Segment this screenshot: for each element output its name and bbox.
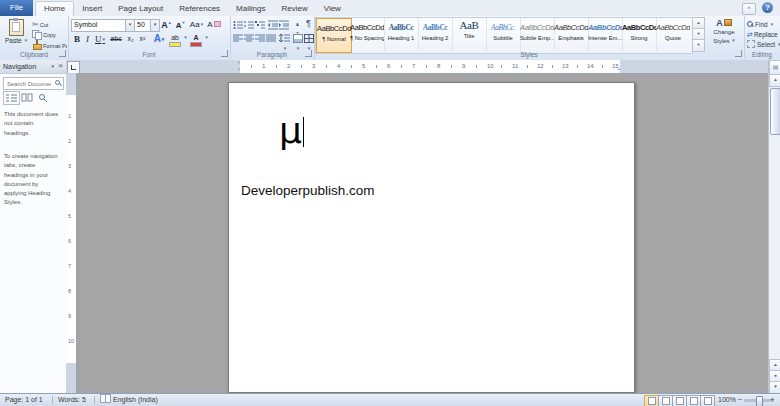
navigation-close-icon[interactable]: ×	[58, 60, 63, 72]
align-center-button[interactable]	[244, 33, 255, 44]
style-subtle-emphasis[interactable]: AaBbCcDd Subtle Emp...	[520, 18, 555, 51]
borders-button[interactable]	[303, 33, 314, 44]
style-no-spacing[interactable]: AaBbCcDd ¶ No Spacing	[350, 18, 385, 51]
replace-button[interactable]: ⇄Replace	[747, 30, 778, 39]
tab-review[interactable]: Review	[273, 1, 315, 16]
minimize-ribbon-icon[interactable]: ˄	[742, 3, 756, 15]
scrollbar-thumb[interactable]	[770, 88, 780, 135]
multilevel-list-button[interactable]	[255, 19, 266, 30]
help-icon[interactable]: ?	[762, 2, 773, 13]
style-emphasis[interactable]: AaBbCcDd Emphasis	[554, 18, 589, 51]
select-button[interactable]: Select	[747, 40, 780, 49]
clear-formatting-button[interactable]: A	[207, 20, 221, 29]
change-case-button[interactable]: Aa	[189, 20, 204, 29]
zoom-slider-thumb[interactable]	[756, 396, 763, 406]
style-strong[interactable]: AaBbCcDc Strong	[622, 18, 657, 51]
tab-view[interactable]: View	[316, 1, 349, 16]
right-indent-marker[interactable]: ▲	[617, 67, 621, 71]
style-name: Emphasis	[554, 35, 588, 41]
style-title[interactable]: AaB Title	[452, 18, 487, 51]
view-ruler-toggle-icon[interactable]: ▤	[769, 60, 780, 75]
change-styles-button[interactable]: A Change Styles	[706, 18, 742, 52]
document-page[interactable]: µ Developerpublish.com	[228, 82, 635, 393]
sort-button[interactable]: AZ	[292, 19, 303, 30]
format-painter-icon	[32, 40, 41, 50]
tab-insert[interactable]: Insert	[74, 1, 110, 16]
styles-dialog-launcher-icon[interactable]	[735, 50, 742, 57]
justify-button[interactable]	[266, 33, 277, 44]
subscript-button[interactable]: x₂	[125, 35, 136, 42]
zoom-out-button[interactable]: −	[738, 394, 743, 406]
font-dialog-launcher-icon[interactable]	[221, 50, 228, 57]
print-layout-view-button[interactable]	[644, 395, 659, 406]
navigation-search-input[interactable]	[5, 78, 53, 89]
ruler-number: 7	[411, 62, 416, 71]
highlight-color-button[interactable]: ab	[169, 33, 187, 47]
tab-file[interactable]: File	[0, 0, 33, 16]
cut-button[interactable]: ✂Cut	[32, 20, 67, 30]
font-family-combo[interactable]: Symbol ▾	[71, 19, 135, 32]
decrease-indent-button[interactable]	[268, 19, 279, 30]
shrink-font-button[interactable]: A	[174, 20, 187, 30]
copy-button[interactable]: Copy	[32, 30, 67, 40]
language-status[interactable]: English (India)	[100, 394, 158, 406]
font-family-dropdown-icon[interactable]: ▾	[125, 20, 134, 31]
text-effects-button[interactable]: A	[152, 33, 166, 44]
paragraph-dialog-launcher-icon[interactable]	[305, 50, 312, 57]
document-symbol-text: µ	[279, 111, 302, 151]
tab-page-layout[interactable]: Page Layout	[110, 1, 171, 16]
word-count[interactable]: Words: 5	[58, 394, 86, 406]
navigation-options-icon[interactable]: ▾	[51, 60, 54, 73]
align-right-button[interactable]	[255, 33, 266, 44]
bold-glyph: B	[74, 34, 80, 44]
font-size-combo[interactable]: 50 ▾	[134, 19, 160, 32]
style-normal[interactable]: AaBbCcDd ¶ Normal	[316, 18, 352, 53]
grow-font-button[interactable]: A	[160, 20, 173, 30]
clipboard-dialog-launcher-icon[interactable]	[59, 50, 66, 57]
tab-references[interactable]: References	[171, 1, 228, 16]
outline-view-button[interactable]	[686, 395, 701, 406]
results-tab-icon	[37, 93, 50, 103]
zoom-level[interactable]: 100%	[718, 394, 736, 406]
strikethrough-button[interactable]: abc	[109, 35, 123, 42]
hanging-indent-marker[interactable]: ▲	[237, 67, 241, 71]
align-left-icon	[233, 34, 244, 43]
superscript-button[interactable]: x²	[137, 35, 148, 42]
style-quote[interactable]: AaBbCcDd Quote	[656, 18, 690, 51]
italic-button[interactable]: I	[83, 34, 92, 44]
numbering-button[interactable]	[244, 19, 255, 30]
first-line-indent-marker[interactable]: ▼	[237, 61, 241, 65]
line-spacing-button[interactable]	[279, 33, 290, 44]
superscript-glyph: x²	[140, 35, 146, 42]
style-heading-1[interactable]: AaBbCc Heading 1	[384, 18, 419, 51]
full-screen-reading-view-button[interactable]	[658, 395, 673, 406]
scroll-up-icon[interactable]: ▲	[769, 74, 780, 87]
bullets-button[interactable]	[233, 19, 244, 30]
tab-home[interactable]: Home	[35, 1, 74, 16]
style-intense-emphasis[interactable]: AaBbCcDd Intense Em...	[588, 18, 623, 51]
shading-button[interactable]	[292, 33, 303, 44]
nav-tab-headings[interactable]	[3, 91, 20, 105]
bold-button[interactable]: B	[72, 34, 82, 44]
search-icon[interactable]	[55, 80, 61, 86]
zoom-in-button[interactable]: +	[770, 394, 775, 406]
next-page-icon[interactable]: ▼	[769, 381, 780, 393]
font-size-dropdown-icon[interactable]: ▾	[150, 20, 159, 31]
paste-button[interactable]: Paste	[2, 18, 30, 54]
nav-tab-results[interactable]	[35, 91, 52, 105]
tab-mailings[interactable]: Mailings	[228, 1, 273, 16]
increase-indent-button[interactable]	[279, 19, 290, 30]
show-hide-button[interactable]: ¶	[303, 18, 314, 29]
style-heading-2[interactable]: AaBbCc Heading 2	[418, 18, 453, 51]
font-color-button[interactable]: A	[190, 33, 208, 47]
page-count[interactable]: Page: 1 of 1	[5, 394, 43, 406]
draft-view-button[interactable]	[700, 395, 715, 406]
nav-tab-pages[interactable]	[19, 91, 36, 105]
align-left-button[interactable]	[233, 33, 244, 44]
underline-button[interactable]: U	[93, 34, 107, 44]
ribbon: Paste ✂Cut Copy Format Painter Clipboard…	[0, 16, 780, 61]
ruler-number: 5	[361, 62, 366, 71]
web-layout-view-button[interactable]	[672, 395, 687, 406]
style-subtitle[interactable]: AaBbCc. Subtitle	[486, 18, 521, 51]
find-button[interactable]: Find	[747, 20, 773, 29]
